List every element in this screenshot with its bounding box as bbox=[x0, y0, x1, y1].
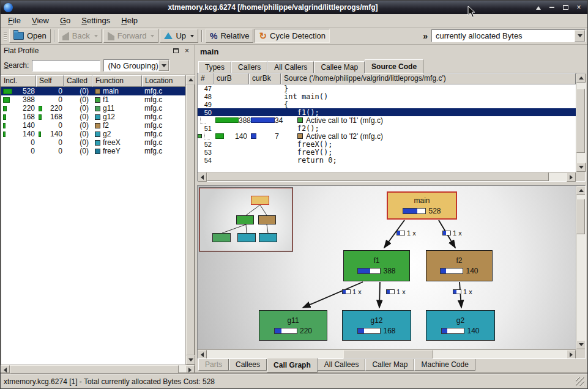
dock-float-button[interactable] bbox=[171, 46, 180, 55]
graph-overview-minimap[interactable] bbox=[199, 187, 293, 252]
scroll-left-button[interactable] bbox=[198, 172, 207, 182]
flat-profile-hscrollbar[interactable] bbox=[1, 365, 195, 374]
column-curB[interactable]: curB bbox=[214, 73, 249, 84]
column-source[interactable]: Source ('/home/philippe/valgrind/littlep… bbox=[281, 73, 576, 84]
toolbar-handle[interactable] bbox=[4, 30, 7, 42]
scroll-down-button[interactable] bbox=[576, 340, 586, 349]
column-self[interactable]: Self bbox=[36, 75, 64, 87]
tab-source-code[interactable]: Source Code bbox=[365, 59, 423, 73]
scroll-up-button[interactable] bbox=[186, 75, 195, 84]
scroll-left-button[interactable] bbox=[1, 365, 10, 374]
column-incl[interactable]: Incl. bbox=[1, 75, 36, 87]
scroll-thumb[interactable] bbox=[207, 172, 549, 181]
column-line-number[interactable]: # bbox=[198, 73, 214, 84]
graph-node-g11[interactable]: g11 220 bbox=[259, 310, 327, 341]
shade-button[interactable] bbox=[533, 2, 544, 12]
source-line[interactable]: 48int main() bbox=[198, 92, 576, 100]
tab-callee-map[interactable]: Callee Map bbox=[314, 61, 365, 73]
scroll-thumb[interactable] bbox=[10, 365, 179, 374]
tab-call-graph[interactable]: Call Graph bbox=[267, 358, 318, 372]
table-row-main[interactable]: 528 0 (0) main mfg.c bbox=[1, 87, 185, 95]
table-row-freeX[interactable]: 0 0 (0) freeX mfg.c bbox=[1, 138, 185, 147]
scroll-thumb[interactable] bbox=[186, 84, 195, 355]
event-type-select[interactable]: currently allocated Bytes bbox=[431, 29, 586, 42]
grouping-dropdown-button[interactable] bbox=[158, 60, 169, 71]
table-row-g2[interactable]: 140 140 (0) g2 mfg.c bbox=[1, 130, 185, 138]
graph-vscrollbar[interactable] bbox=[576, 186, 585, 349]
maximize-button[interactable] bbox=[560, 2, 571, 12]
flat-profile-vscrollbar[interactable] bbox=[185, 75, 195, 365]
event-type-dropdown-button[interactable] bbox=[575, 30, 585, 42]
scroll-up-button[interactable] bbox=[576, 186, 586, 195]
scroll-thumb[interactable] bbox=[576, 89, 585, 153]
source-call-line-f1[interactable]: 388 34 Active call to 'f1' (mfg.c) bbox=[198, 116, 576, 124]
tab-types[interactable]: Types bbox=[198, 61, 231, 73]
table-row-f1[interactable]: 388 0 (0) f1 mfg.c bbox=[1, 95, 185, 104]
menu-help[interactable]: Help bbox=[116, 15, 143, 26]
source-vscrollbar[interactable] bbox=[576, 73, 585, 172]
scroll-thumb[interactable] bbox=[576, 199, 585, 234]
source-line[interactable]: 54 return 0; bbox=[198, 156, 576, 164]
graph-node-g12[interactable]: g12 168 bbox=[342, 310, 411, 341]
cycle-detection-button[interactable]: ↻ Cycle Detection bbox=[255, 29, 330, 43]
table-row-f2[interactable]: 140 0 (0) f2 mfg.c bbox=[1, 121, 185, 130]
tab-callees[interactable]: Callees bbox=[229, 359, 267, 371]
relative-toggle-button[interactable]: % Relative bbox=[206, 29, 253, 43]
titlebar[interactable]: xtmemory.kcg.6274 [/home/philippe/valgri… bbox=[1, 1, 587, 14]
tab-all-callers[interactable]: All Callers bbox=[267, 61, 314, 73]
edge-label-f2-g2[interactable]: 1 x bbox=[453, 288, 472, 295]
scroll-up-button[interactable] bbox=[576, 73, 586, 83]
dock-titlebar[interactable]: Flat Profile × bbox=[1, 45, 195, 56]
tab-caller-map[interactable]: Caller Map bbox=[365, 359, 414, 371]
graph-node-f1[interactable]: f1 388 bbox=[343, 250, 410, 281]
edge-label-main-f2[interactable]: 1 x bbox=[442, 229, 462, 237]
up-button[interactable]: Up bbox=[160, 29, 198, 43]
menu-settings[interactable]: Settings bbox=[76, 15, 116, 26]
edge-label-f1-g11[interactable]: 1 x bbox=[342, 288, 362, 295]
minimap-viewport[interactable] bbox=[199, 188, 292, 251]
minimize-button[interactable] bbox=[546, 2, 557, 12]
graph-hscrollbar[interactable] bbox=[198, 349, 576, 358]
search-input[interactable] bbox=[32, 60, 100, 72]
tab-parts[interactable]: Parts bbox=[198, 359, 229, 371]
open-button[interactable]: Open bbox=[9, 29, 51, 43]
table-row-g11[interactable]: 220 220 (0) g11 mfg.c bbox=[1, 104, 185, 113]
source-call-line-f2[interactable]: 140 7 Active call to 'f2' (mfg.c) bbox=[198, 132, 576, 140]
column-function[interactable]: Function bbox=[92, 75, 142, 87]
source-line[interactable]: 53 freeY(); bbox=[198, 148, 576, 156]
forward-button[interactable]: Forward bbox=[103, 29, 159, 43]
edge-label-main-f1[interactable]: 1 x bbox=[396, 229, 416, 237]
edge-label-f1-g12[interactable]: 1 x bbox=[386, 288, 406, 295]
table-row-g12[interactable]: 168 168 (0) g12 mfg.c bbox=[1, 113, 185, 121]
scroll-right-button[interactable] bbox=[567, 350, 576, 359]
scroll-right-button[interactable] bbox=[185, 365, 195, 374]
graph-node-f2[interactable]: f2 140 bbox=[426, 250, 493, 281]
back-button[interactable]: Back bbox=[58, 29, 102, 43]
tab-all-callees[interactable]: All Callees bbox=[318, 359, 366, 371]
table-row-freeY[interactable]: 0 0 (0) freeY mfg.c bbox=[1, 147, 185, 155]
source-line-selected[interactable]: 50 f1(); bbox=[198, 108, 576, 116]
source-line[interactable]: 51 f2(); bbox=[198, 124, 576, 132]
scroll-down-button[interactable] bbox=[576, 163, 586, 172]
source-line[interactable]: 47} bbox=[198, 84, 576, 92]
column-location[interactable]: Location bbox=[142, 75, 185, 87]
toolbar-overflow-button[interactable]: » bbox=[420, 31, 430, 41]
menu-go[interactable]: Go bbox=[54, 15, 76, 26]
dock-close-button[interactable]: × bbox=[182, 46, 192, 55]
source-hscrollbar[interactable] bbox=[198, 172, 576, 181]
column-curBk[interactable]: curBk bbox=[249, 73, 281, 84]
scroll-left-button[interactable] bbox=[198, 350, 207, 359]
scroll-thumb[interactable] bbox=[343, 350, 433, 358]
column-called[interactable]: Called bbox=[64, 75, 92, 87]
scroll-down-button[interactable] bbox=[186, 355, 195, 365]
resize-grip[interactable] bbox=[576, 377, 584, 386]
tab-machine-code[interactable]: Machine Code bbox=[414, 359, 475, 371]
menu-file[interactable]: File bbox=[2, 15, 26, 26]
grouping-select[interactable]: (No Grouping) bbox=[103, 59, 169, 72]
tab-callers[interactable]: Callers bbox=[231, 61, 267, 73]
menu-view[interactable]: View bbox=[26, 15, 54, 26]
graph-node-g2[interactable]: g2 140 bbox=[426, 310, 495, 341]
call-graph-view[interactable]: main 528 f1 388 f2 140 g11 220 g12 168 bbox=[197, 185, 586, 359]
source-line[interactable]: 52 freeX(); bbox=[198, 140, 576, 148]
close-button[interactable]: × bbox=[573, 2, 584, 12]
